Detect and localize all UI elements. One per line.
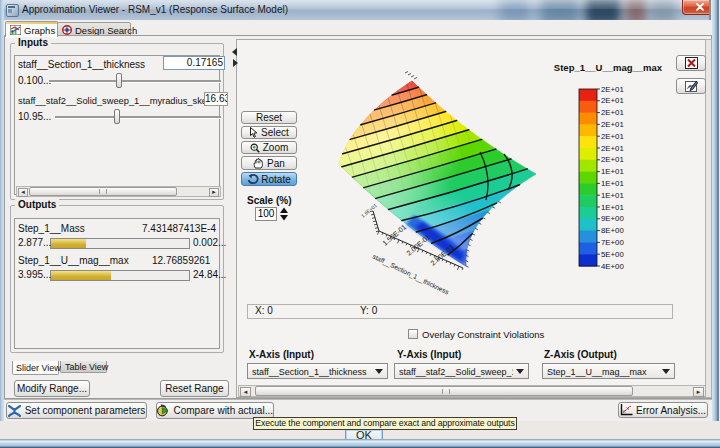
svg-text:1.6E+01: 1.6E+01 <box>360 202 378 219</box>
svg-text:2E+01: 2E+01 <box>601 85 624 94</box>
svg-text:1E+01: 1E+01 <box>601 179 624 188</box>
svg-text:1E+01: 1E+01 <box>601 191 624 200</box>
svg-text:2E+01: 2E+01 <box>601 155 624 164</box>
svg-text:1.50E-01: 1.50E-01 <box>381 223 407 247</box>
svg-text:8E+00: 8E+00 <box>601 226 624 235</box>
svg-text:2E+01: 2E+01 <box>601 108 624 117</box>
svg-text:7E+00: 7E+00 <box>601 238 624 247</box>
svg-text:2E+01: 2E+01 <box>601 120 624 129</box>
svg-text:Step_1__U__mag__max: Step_1__U__mag__max <box>554 62 663 73</box>
svg-text:4E+00: 4E+00 <box>601 262 624 271</box>
svg-text:1E+01: 1E+01 <box>601 167 624 176</box>
svg-text:5E+00: 5E+00 <box>601 250 624 259</box>
svg-text:2E+01: 2E+01 <box>601 132 624 141</box>
svg-text:2E+01: 2E+01 <box>601 144 624 153</box>
svg-text:2.00E-01: 2.00E-01 <box>405 233 431 257</box>
svg-text:2E+01: 2E+01 <box>601 96 624 105</box>
svg-text:1E+01: 1E+01 <box>601 203 624 212</box>
svg-text:9E+00: 9E+00 <box>601 214 624 223</box>
